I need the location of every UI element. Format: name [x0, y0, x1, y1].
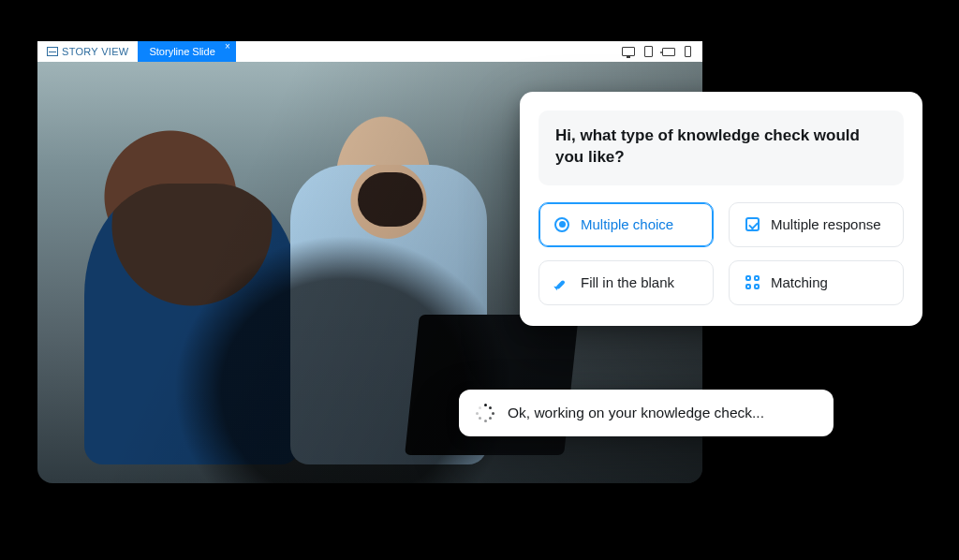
- option-label: Fill in the blank: [581, 274, 674, 290]
- pencil-icon: [553, 273, 571, 292]
- spinner-icon: [476, 404, 494, 422]
- desktop-icon[interactable]: [622, 47, 635, 56]
- tablet-landscape-icon[interactable]: [662, 48, 675, 56]
- device-preview-icons: [622, 41, 702, 62]
- story-view-label: STORY VIEW: [62, 46, 128, 57]
- assistant-status: Ok, working on your knowledge check...: [459, 390, 834, 436]
- app-bar: STORY VIEW Storyline Slide ×: [37, 41, 702, 62]
- status-text: Ok, working on your knowledge check...: [508, 405, 764, 421]
- assistant-card: Hi, what type of knowledge check would y…: [520, 92, 922, 326]
- option-label: Multiple response: [771, 216, 881, 232]
- option-label: Multiple choice: [581, 216, 673, 232]
- option-multiple-response[interactable]: Multiple response: [729, 202, 904, 247]
- close-icon[interactable]: ×: [225, 42, 230, 52]
- radio-selected-icon: [553, 215, 571, 234]
- option-multiple-choice[interactable]: Multiple choice: [539, 202, 714, 247]
- checkbox-icon: [743, 215, 761, 234]
- option-label: Matching: [771, 274, 828, 290]
- assistant-options: Multiple choice Multiple response Fill i…: [539, 202, 904, 305]
- appbar-spacer: [236, 41, 622, 62]
- option-fill-in-blank[interactable]: Fill in the blank: [539, 260, 714, 305]
- active-tab-label: Storyline Slide: [149, 46, 214, 57]
- option-matching[interactable]: Matching: [729, 260, 904, 305]
- tablet-portrait-icon[interactable]: [644, 46, 653, 57]
- tab-story-view[interactable]: STORY VIEW: [37, 41, 138, 62]
- stage: STORY VIEW Storyline Slide × Hi, what ty…: [0, 0, 959, 560]
- tab-storyline-slide[interactable]: Storyline Slide ×: [138, 41, 235, 62]
- photo-person-right: [290, 165, 487, 464]
- phone-icon[interactable]: [685, 46, 691, 57]
- story-view-icon: [47, 47, 58, 56]
- photo-person-left: [84, 184, 300, 464]
- grid-icon: [743, 273, 761, 292]
- assistant-prompt: Hi, what type of knowledge check would y…: [539, 111, 904, 185]
